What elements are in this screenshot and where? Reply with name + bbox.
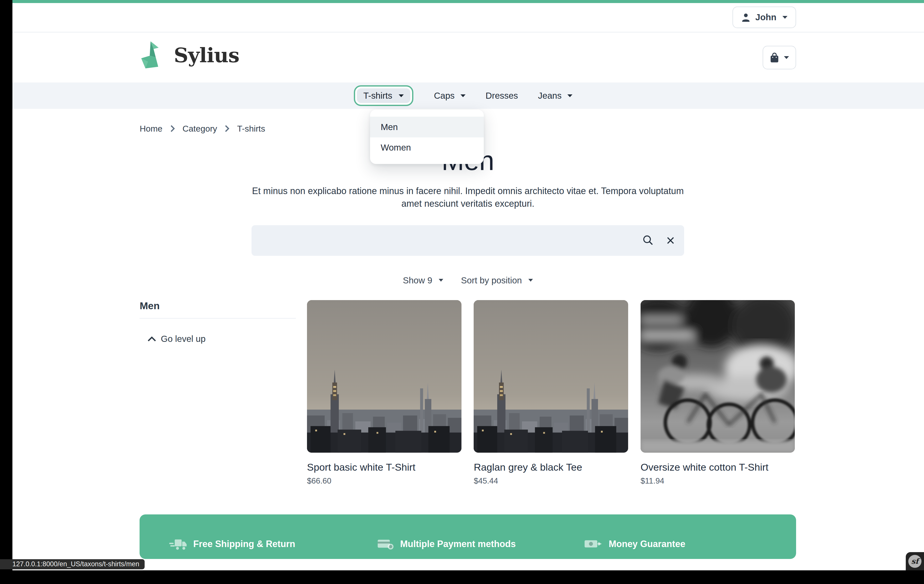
- promo-payment: Multiple Payment methods: [377, 538, 516, 550]
- brand-name: Sylius: [174, 43, 239, 67]
- dropdown-item-men[interactable]: Men: [370, 117, 484, 137]
- listing-area: Men Go level up: [140, 300, 796, 485]
- nav-item-label: T-shirts: [363, 90, 392, 101]
- product-name[interactable]: Raglan grey & black Tee: [474, 462, 628, 473]
- dropdown-item-women[interactable]: Women: [370, 137, 484, 158]
- brand-logo[interactable]: Sylius: [140, 40, 239, 71]
- promo-label: Free Shipping & Return: [193, 539, 295, 549]
- show-per-page-label: Show 9: [403, 275, 432, 285]
- swan-logo-icon: [140, 40, 167, 71]
- show-per-page-dropdown[interactable]: Show 9: [403, 275, 443, 285]
- breadcrumb-home[interactable]: Home: [140, 124, 162, 133]
- chevron-down-icon: [460, 94, 465, 97]
- product-price: $11.94: [640, 477, 795, 485]
- product-name[interactable]: Sport basic white T-Shirt: [307, 462, 462, 473]
- content-column: Home Category T-shirts Men Et minus non …: [140, 109, 796, 559]
- top-accent-bar: [12, 0, 924, 3]
- clear-search-icon[interactable]: [667, 236, 675, 247]
- promo-footer: Free Shipping & Return Multiple Payment …: [140, 515, 796, 559]
- shopping-bag-icon: [770, 53, 779, 63]
- person-icon: [741, 13, 751, 22]
- nav-item-jeans[interactable]: Jeans: [528, 90, 582, 101]
- sort-dropdown[interactable]: Sort by position: [461, 275, 533, 285]
- nav-item-dresses[interactable]: Dresses: [476, 90, 528, 101]
- chevron-down-icon: [399, 94, 404, 97]
- product-price: $45.44: [474, 477, 628, 485]
- search-icon[interactable]: [642, 235, 653, 248]
- chevron-down-icon: [782, 16, 787, 19]
- product-image-blurred-cyclists[interactable]: [640, 300, 795, 453]
- bottom-screen-edge: [0, 570, 924, 584]
- page-description: Et minus non explicabo ratione minus in …: [243, 185, 693, 210]
- chevron-down-icon: [439, 279, 443, 281]
- main-navigation: T-shirts Caps Dresses Jeans: [12, 82, 924, 109]
- chevron-down-icon: [528, 279, 533, 281]
- status-url-tooltip: 127.0.0.1:8000/en_US/taxons/t-shirts/men: [0, 559, 145, 569]
- product-card[interactable]: Sport basic white T-Shirt $66.60: [307, 300, 462, 485]
- chevron-down-icon: [568, 94, 573, 97]
- promo-label: Multiple Payment methods: [400, 539, 516, 549]
- nav-item-caps[interactable]: Caps: [424, 90, 476, 101]
- product-price: $66.60: [307, 477, 462, 485]
- cart-button[interactable]: [763, 46, 796, 69]
- sidebar-taxon-title: Men: [140, 300, 296, 319]
- nav-item-label: Dresses: [485, 90, 518, 101]
- listing-toolbar: Show 9 Sort by position: [140, 275, 796, 285]
- tshirts-dropdown-menu: Men Women: [370, 110, 484, 164]
- left-screen-edge: [0, 0, 12, 584]
- chevron-down-icon: [784, 56, 789, 59]
- sort-label: Sort by position: [461, 275, 522, 285]
- promo-money: Money Guarantee: [584, 538, 685, 550]
- breadcrumb-category[interactable]: Category: [182, 124, 217, 133]
- taxon-sidebar: Men Go level up: [140, 300, 296, 485]
- money-icon: [584, 538, 602, 550]
- product-card[interactable]: Raglan grey & black Tee $45.44: [474, 300, 628, 485]
- nav-item-tshirts[interactable]: T-shirts: [354, 85, 413, 106]
- search-bar: [251, 225, 684, 256]
- product-card[interactable]: Oversize white cotton T-Shirt $11.94: [640, 300, 795, 485]
- product-image-city-skyline[interactable]: [307, 300, 462, 453]
- chevron-up-icon: [147, 336, 156, 342]
- product-grid: Sport basic white T-Shirt $66.60: [307, 300, 795, 485]
- promo-shipping: Free Shipping & Return: [169, 538, 295, 550]
- header: Sylius: [12, 32, 924, 82]
- account-menu-label: John: [755, 12, 776, 22]
- payment-icon: [377, 538, 394, 550]
- truck-icon: [169, 538, 187, 550]
- go-level-up-label: Go level up: [161, 334, 205, 344]
- go-level-up-link[interactable]: Go level up: [147, 334, 296, 344]
- storefront-page: John Sylius T-s: [0, 0, 924, 584]
- product-image-city-skyline[interactable]: [474, 300, 628, 453]
- symfony-logo-icon: sf: [908, 555, 921, 568]
- nav-item-label: Caps: [434, 90, 454, 101]
- symfony-debug-toolbar-button[interactable]: sf: [906, 552, 924, 570]
- user-topbar: John: [12, 3, 924, 32]
- chevron-right-icon: [224, 125, 229, 132]
- breadcrumb-current: T-shirts: [237, 124, 265, 133]
- promo-label: Money Guarantee: [609, 539, 685, 549]
- nav-item-label: Jeans: [538, 90, 561, 101]
- chevron-right-icon: [170, 125, 175, 132]
- account-menu-button[interactable]: John: [733, 7, 796, 28]
- search-input[interactable]: [251, 225, 659, 256]
- product-name[interactable]: Oversize white cotton T-Shirt: [640, 462, 795, 473]
